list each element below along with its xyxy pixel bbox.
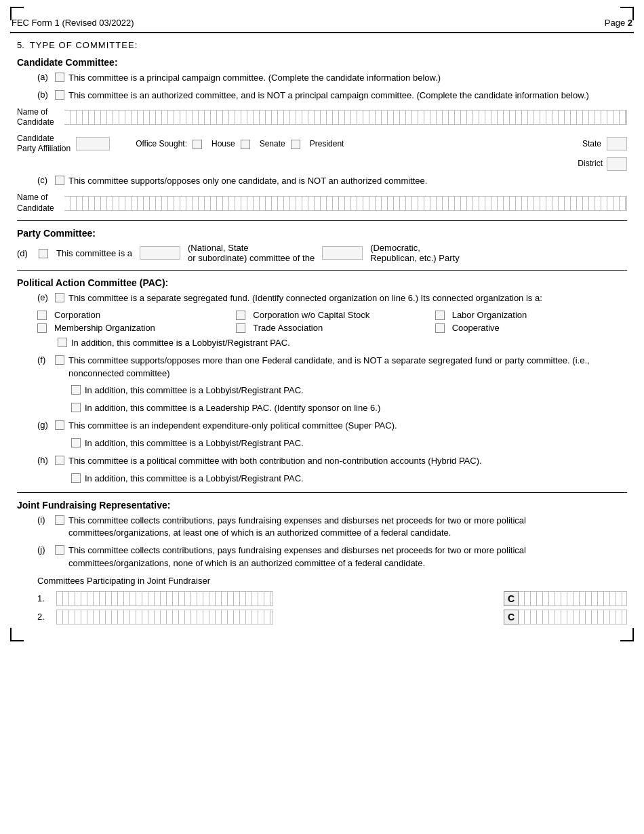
checkbox-e[interactable] — [55, 293, 64, 302]
jf-num-1: 1. — [37, 593, 49, 603]
form-title: FEC Form 1 (Revised 03/2022) — [12, 18, 134, 28]
checkbox-leadership-f[interactable] — [71, 403, 81, 412]
label-i: (i) — [37, 515, 55, 525]
corporation-label: Corporation — [54, 310, 100, 320]
state-input[interactable] — [607, 137, 627, 151]
checkbox-lobbyist-e[interactable] — [58, 338, 67, 347]
row-h: (h) This committee is a political commit… — [37, 455, 627, 468]
jf-c-box-1: C — [504, 591, 627, 606]
checkbox-lobbyist-g[interactable] — [71, 438, 81, 448]
party-name-input[interactable] — [322, 246, 363, 260]
name-candidate-c-input[interactable] — [64, 196, 627, 211]
jf-row-1: 1. C — [37, 591, 627, 606]
row-e: (e) This committee is a separate segrega… — [37, 292, 627, 305]
district-row: District — [37, 157, 627, 171]
jf-c-box-2: C — [504, 610, 627, 624]
corner-bracket-br — [620, 628, 634, 641]
row-leadership-f: In addition, this committee is a Leaders… — [71, 402, 627, 415]
checkbox-g[interactable] — [55, 420, 64, 430]
pac-item-membership-org: Membership Organization — [37, 323, 229, 333]
text-b: This committee is an authorized committe… — [68, 90, 627, 102]
jf-c-letter-1: C — [504, 591, 519, 606]
row-lobbyist-f: In addition, this committee is a Lobbyis… — [71, 384, 627, 397]
checkbox-lobbyist-f[interactable] — [71, 385, 81, 395]
state-label: State — [582, 139, 601, 150]
house-label: House — [212, 139, 235, 150]
checkbox-senate[interactable] — [241, 140, 250, 149]
checkbox-c[interactable] — [55, 176, 64, 185]
lobbyist-f-text: In addition, this committee is a Lobbyis… — [85, 384, 627, 397]
pac-item-corp-wo-stock: Corporation w/o Capital Stock — [236, 310, 428, 320]
text-g: This committee is an independent expendi… — [68, 420, 627, 433]
jf-c-field-1[interactable] — [519, 591, 627, 606]
section-title: TYPE OF COMMITTEE: — [30, 40, 138, 50]
name-candidate-container: Name of Candidate — [17, 107, 627, 128]
checkbox-f[interactable] — [55, 355, 64, 365]
checkbox-d[interactable] — [39, 249, 48, 258]
name-candidate-c-container: Name of Candidate — [17, 193, 627, 214]
divider-2 — [17, 270, 627, 271]
checkbox-corp-wo-stock[interactable] — [236, 311, 245, 320]
checkbox-house[interactable] — [193, 140, 202, 149]
president-label: President — [310, 139, 344, 150]
jf-c-field-2[interactable] — [519, 610, 627, 624]
checkbox-cooperative[interactable] — [435, 323, 445, 333]
row-lobbyist-g: In addition, this committee is a Lobbyis… — [71, 437, 627, 450]
name-candidate-input[interactable] — [64, 110, 627, 125]
text-h: This committee is a political committee … — [68, 455, 627, 468]
d-text-pre: This committee is a — [56, 248, 132, 258]
party-committee-heading: Party Committee: — [17, 228, 627, 239]
checkbox-corporation[interactable] — [37, 311, 47, 320]
pac-item-trade-assoc: Trade Association — [236, 323, 428, 333]
checkbox-labor-org[interactable] — [435, 311, 445, 320]
label-h: (h) — [37, 455, 55, 465]
pac-item-corporation: Corporation — [37, 310, 229, 320]
row-i: (i) This committee collects contribution… — [37, 515, 627, 540]
pac-org-grid: Corporation Corporation w/o Capital Stoc… — [37, 310, 627, 333]
row-b: (b) This committee is an authorized comm… — [37, 90, 627, 102]
party-type-input[interactable] — [140, 246, 180, 260]
text-j: This committee collects contributions, p… — [68, 544, 627, 570]
corner-bracket-tl — [10, 7, 24, 20]
row-lobbyist-h: In addition, this committee is a Lobbyis… — [71, 473, 627, 485]
jf-num-2: 2. — [37, 612, 49, 622]
label-a: (a) — [37, 72, 55, 82]
checkbox-j[interactable] — [55, 545, 64, 555]
section-number: 5. — [17, 40, 24, 50]
district-input[interactable] — [607, 157, 627, 171]
checkbox-lobbyist-h[interactable] — [71, 473, 81, 483]
candidate-info-row: Candidate Party Affiliation Office Sough… — [17, 134, 627, 155]
jf-c-letter-2: C — [504, 610, 519, 624]
divider-3 — [17, 492, 627, 493]
checkbox-membership-org[interactable] — [37, 323, 47, 333]
corner-bracket-tr — [620, 7, 634, 20]
labor-org-label: Labor Organization — [452, 310, 527, 320]
text-c: This committee supports/opposes only one… — [68, 175, 627, 188]
d-text-post: (Democratic, Republican, etc.) Party — [370, 243, 460, 263]
jf-field-1[interactable] — [56, 591, 273, 606]
office-sought-label: Office Sought: — [136, 139, 187, 150]
row-a: (a) This committee is a principal campai… — [37, 72, 627, 85]
pac-item-labor-org: Labor Organization — [435, 310, 627, 320]
party-affiliation-label: Candidate Party Affiliation — [17, 134, 71, 155]
checkbox-president[interactable] — [291, 140, 300, 149]
jf-field-2[interactable] — [56, 610, 273, 624]
jf-heading: Joint Fundraising Representative: — [17, 500, 627, 511]
checkbox-trade-assoc[interactable] — [236, 323, 245, 333]
label-c: (c) — [37, 175, 55, 185]
party-affiliation-input[interactable] — [76, 137, 110, 151]
pac-item-cooperative: Cooperative — [435, 323, 627, 333]
label-g: (g) — [37, 420, 55, 430]
lobbyist-g-text: In addition, this committee is a Lobbyis… — [85, 437, 627, 450]
d-text-mid: (National, State or subordinate) committ… — [188, 243, 315, 263]
cooperative-label: Cooperative — [452, 323, 500, 333]
text-a: This committee is a principal campaign c… — [68, 72, 627, 85]
checkbox-h[interactable] — [55, 456, 64, 465]
checkbox-b[interactable] — [55, 90, 64, 100]
corner-bracket-bl — [10, 628, 24, 641]
label-f: (f) — [37, 355, 55, 365]
corp-wo-stock-label: Corporation w/o Capital Stock — [253, 310, 369, 320]
text-f: This committee supports/opposes more tha… — [68, 355, 627, 380]
checkbox-a[interactable] — [55, 73, 64, 82]
checkbox-i[interactable] — [55, 515, 64, 525]
